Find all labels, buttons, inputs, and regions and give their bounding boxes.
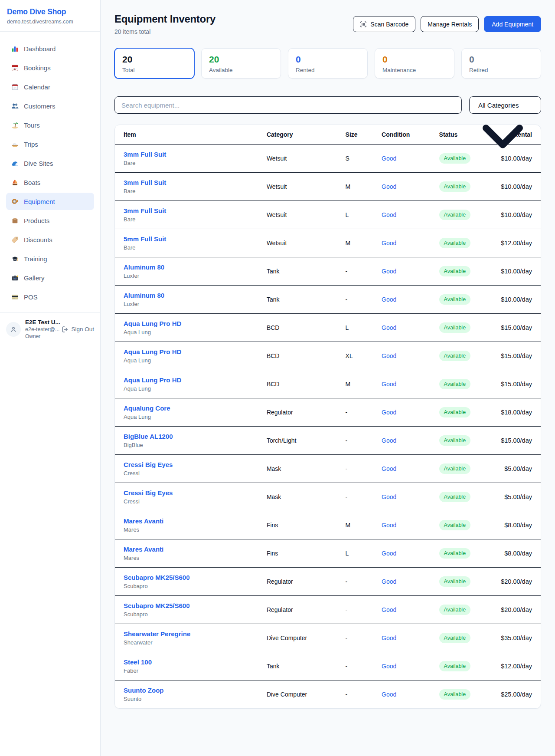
products-icon	[11, 217, 19, 224]
item-brand: Scubapro	[124, 611, 253, 618]
sidebar-item-customers[interactable]: Customers	[6, 97, 94, 115]
item-size: L	[346, 550, 349, 557]
status-badge: Available	[439, 322, 471, 333]
item-name-link[interactable]: Mares Avanti	[124, 546, 253, 553]
add-equipment-button[interactable]: Add Equipment	[484, 16, 541, 32]
item-condition-link[interactable]: Good	[382, 155, 396, 162]
sidebar-item-trips[interactable]: Trips	[6, 135, 94, 153]
item-condition-link[interactable]: Good	[382, 634, 396, 641]
manage-rentals-button[interactable]: Manage Rentals	[421, 16, 479, 32]
item-name-link[interactable]: Suunto Zoop	[124, 687, 253, 694]
status-badge: Available	[439, 379, 471, 389]
item-name-link[interactable]: Steel 100	[124, 658, 253, 666]
item-condition-link[interactable]: Good	[382, 324, 396, 331]
item-name-link[interactable]: Aluminum 80	[124, 263, 253, 271]
equipment-table: ItemCategorySizeConditionStatusRental 3m…	[115, 125, 541, 708]
item-condition-link[interactable]: Good	[382, 493, 396, 500]
sidebar-item-dive-sites[interactable]: Dive Sites	[6, 154, 94, 172]
item-name-link[interactable]: 5mm Full Suit	[124, 235, 253, 243]
rental-price: $10.00/day	[501, 183, 532, 190]
sidebar-item-label: Gallery	[24, 274, 45, 282]
stat-value: 20	[122, 54, 186, 65]
item-brand: Faber	[124, 667, 253, 674]
column-header-size: Size	[339, 125, 375, 145]
item-condition-link[interactable]: Good	[382, 550, 396, 557]
person-icon	[10, 326, 17, 333]
item-category: Fins	[267, 550, 278, 557]
sidebar-item-gallery[interactable]: Gallery	[6, 269, 94, 286]
item-name-link[interactable]: Aluminum 80	[124, 292, 253, 299]
item-condition-link[interactable]: Good	[382, 183, 396, 190]
sidebar-item-discounts[interactable]: Discounts	[6, 231, 94, 248]
stat-card-maintenance[interactable]: 0 Maintenance	[375, 48, 454, 79]
status-badge: Available	[439, 520, 471, 530]
rental-price: $5.00/day	[504, 465, 532, 472]
sidebar-item-equipment[interactable]: Equipment	[6, 193, 94, 210]
stat-card-total[interactable]: 20 Total	[114, 48, 194, 79]
item-size: -	[346, 465, 348, 472]
item-name-link[interactable]: Aqua Lung Pro HD	[124, 376, 253, 384]
item-name-link[interactable]: 3mm Full Suit	[124, 151, 253, 158]
item-condition-link[interactable]: Good	[382, 465, 396, 472]
stat-card-rented[interactable]: 0 Rented	[288, 48, 368, 79]
item-name-link[interactable]: 3mm Full Suit	[124, 207, 253, 214]
table-row: Cressi Big Eyes Cressi Mask - Good Avail…	[115, 455, 541, 483]
rental-price: $8.00/day	[504, 550, 532, 557]
scan-barcode-button[interactable]: Scan Barcode	[353, 16, 415, 32]
item-condition-link[interactable]: Good	[382, 352, 396, 359]
item-condition-link[interactable]: Good	[382, 381, 396, 388]
item-condition-link[interactable]: Good	[382, 437, 396, 444]
item-category: Mask	[267, 465, 281, 472]
item-name-link[interactable]: Cressi Big Eyes	[124, 489, 253, 496]
item-name-link[interactable]: Aqua Lung Pro HD	[124, 348, 253, 355]
item-size: S	[346, 155, 349, 162]
item-name-link[interactable]: Scubapro MK25/S600	[124, 602, 253, 609]
sidebar-item-calendar[interactable]: Calendar	[6, 78, 94, 95]
item-condition-link[interactable]: Good	[382, 522, 396, 529]
sidebar-item-training[interactable]: Training	[6, 250, 94, 267]
sidebar-item-boats[interactable]: Boats	[6, 174, 94, 191]
item-condition-link[interactable]: Good	[382, 240, 396, 247]
sidebar-item-label: Bookings	[24, 64, 51, 72]
sidebar-item-products[interactable]: Products	[6, 212, 94, 229]
sidebar-item-tours[interactable]: Tours	[6, 116, 94, 134]
sidebar-item-pos[interactable]: POS	[6, 288, 94, 306]
item-condition-link[interactable]: Good	[382, 606, 396, 613]
item-size: -	[346, 296, 348, 303]
stat-card-retired[interactable]: 0 Retired	[461, 48, 541, 79]
item-name-link[interactable]: BigBlue AL1200	[124, 433, 253, 440]
item-condition-link[interactable]: Good	[382, 691, 396, 698]
item-brand: Cressi	[124, 498, 253, 505]
item-category: Dive Computer	[267, 691, 307, 698]
item-name-link[interactable]: Scubapro MK25/S600	[124, 574, 253, 581]
item-size: -	[346, 493, 348, 500]
item-name-link[interactable]: Aqualung Core	[124, 404, 253, 412]
item-condition-link[interactable]: Good	[382, 663, 396, 670]
item-condition-link[interactable]: Good	[382, 211, 396, 218]
item-name-link[interactable]: 3mm Full Suit	[124, 179, 253, 186]
table-header-row: ItemCategorySizeConditionStatusRental	[115, 125, 541, 145]
sidebar-item-label: Training	[24, 255, 47, 263]
stat-cards: 20 Total 20 Available 0 Rented 0 Mainten…	[114, 48, 541, 79]
status-badge: Available	[439, 463, 471, 474]
sign-out-button[interactable]: Sign Out	[62, 326, 94, 333]
item-condition-link[interactable]: Good	[382, 409, 396, 416]
item-name-link[interactable]: Cressi Big Eyes	[124, 461, 253, 468]
item-category: BCD	[267, 352, 280, 359]
user-role: Owner	[25, 333, 57, 339]
discounts-icon	[11, 236, 19, 243]
item-condition-link[interactable]: Good	[382, 578, 396, 585]
item-condition-link[interactable]: Good	[382, 296, 396, 303]
item-name-link[interactable]: Aqua Lung Pro HD	[124, 320, 253, 327]
item-condition-link[interactable]: Good	[382, 268, 396, 275]
sidebar-item-dashboard[interactable]: Dashboard	[6, 40, 94, 57]
stat-card-available[interactable]: 20 Available	[201, 48, 281, 79]
item-name-link[interactable]: Shearwater Peregrine	[124, 630, 253, 638]
item-name-link[interactable]: Mares Avanti	[124, 517, 253, 525]
sidebar-item-bookings[interactable]: 17 Bookings	[6, 59, 94, 76]
search-input[interactable]	[114, 96, 462, 114]
status-badge: Available	[439, 181, 471, 192]
rental-price: $15.00/day	[501, 324, 532, 331]
category-select[interactable]: All Categories	[469, 96, 541, 114]
rental-price: $15.00/day	[501, 352, 532, 359]
